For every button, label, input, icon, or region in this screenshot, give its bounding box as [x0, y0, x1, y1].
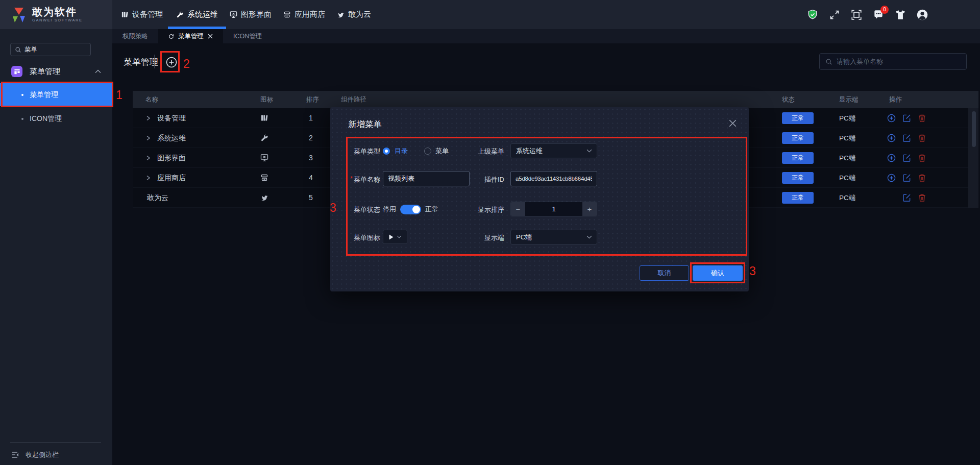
- add-child-icon[interactable]: [887, 154, 896, 162]
- menu-search-input[interactable]: [837, 58, 961, 65]
- status-badge[interactable]: 正常: [782, 192, 814, 204]
- column-header-icon: 图标: [260, 91, 273, 108]
- refresh-icon[interactable]: [168, 34, 174, 39]
- page-title: 菜单管理: [124, 56, 158, 68]
- user-avatar[interactable]: [916, 9, 928, 21]
- search-icon: [825, 58, 832, 65]
- tab-menu-management[interactable]: 菜单管理: [158, 29, 223, 43]
- collapse-sidebar-button[interactable]: 收起侧边栏: [11, 448, 59, 462]
- client-label: 显示端: [455, 233, 504, 242]
- messages-icon[interactable]: 0: [872, 9, 885, 21]
- nav-item-graphic-ui[interactable]: 图形界面: [230, 0, 272, 29]
- library-icon: [260, 114, 268, 122]
- delete-icon[interactable]: [918, 174, 926, 182]
- menu-icon-label: 菜单图标: [335, 233, 380, 242]
- nav-item-label: 系统运维: [187, 10, 218, 19]
- edit-icon[interactable]: [902, 114, 911, 123]
- toggle-on-label: 正常: [425, 205, 438, 214]
- close-dialog-button[interactable]: [727, 118, 738, 128]
- edit-icon[interactable]: [902, 134, 911, 142]
- expand-row-icon[interactable]: [146, 175, 151, 181]
- store-icon: [260, 174, 268, 182]
- menu-status-label: 菜单状态: [335, 205, 380, 214]
- nav-item-app-store[interactable]: 应用商店: [283, 0, 325, 29]
- nav-item-ganwei-cloud[interactable]: 敢为云: [337, 0, 371, 29]
- plugin-id-field: [510, 171, 597, 186]
- increment-button[interactable]: +: [582, 202, 597, 216]
- radio-directory-label[interactable]: 目录: [395, 146, 408, 156]
- tab-label: 权限策略: [122, 32, 148, 41]
- security-shield-icon[interactable]: [806, 9, 819, 21]
- delete-icon[interactable]: [918, 193, 926, 202]
- menu-icon-select[interactable]: [383, 230, 407, 244]
- cancel-button[interactable]: 取消: [640, 265, 689, 281]
- column-header-status: 状态: [782, 91, 795, 108]
- add-child-icon[interactable]: [887, 114, 896, 123]
- status-badge[interactable]: 正常: [782, 132, 814, 144]
- edit-icon[interactable]: [902, 154, 911, 162]
- nav-item-label: 图形界面: [241, 10, 272, 19]
- table-scrollbar[interactable]: [968, 108, 978, 208]
- toggle-off-label: 停用: [383, 205, 396, 214]
- fullscreen-icon[interactable]: [828, 9, 841, 21]
- add-child-icon[interactable]: [887, 134, 896, 142]
- cell-name: 设备管理: [157, 108, 186, 128]
- parent-menu-select[interactable]: 系统运维: [510, 143, 597, 158]
- radio-directory[interactable]: [383, 148, 390, 155]
- plugin-id-input[interactable]: [511, 176, 597, 182]
- menu-status-toggle[interactable]: [400, 205, 421, 214]
- table-header: 名称 图标 排序 组件路径 状态 显示端 操作: [133, 91, 978, 108]
- plus-circle-icon: [165, 56, 178, 68]
- brand-subtitle: GANWEI SOFTWARE: [32, 18, 83, 22]
- nav-item-system-ops[interactable]: 系统运维: [176, 0, 218, 29]
- tab-icon-management[interactable]: ICON管理: [223, 29, 272, 43]
- status-badge[interactable]: 正常: [782, 112, 814, 124]
- cell-client: PC端: [839, 168, 855, 188]
- theme-shirt-icon[interactable]: [894, 9, 906, 21]
- cell-client: PC端: [839, 108, 855, 128]
- display-order-value: 1: [525, 202, 582, 216]
- edit-icon[interactable]: [902, 193, 911, 202]
- status-badge[interactable]: 正常: [782, 152, 814, 164]
- cell-client: PC端: [839, 148, 855, 168]
- sidebar-item-menu-management[interactable]: 菜单管理: [0, 83, 112, 106]
- column-header-client: 显示端: [839, 91, 859, 108]
- close-tab-icon[interactable]: [208, 34, 213, 39]
- tab-permission-policy[interactable]: 权限策略: [112, 29, 158, 43]
- cell-client: PC端: [839, 188, 855, 208]
- sidebar-divider: [10, 442, 101, 443]
- expand-row-icon[interactable]: [146, 135, 151, 141]
- delete-icon[interactable]: [918, 114, 926, 123]
- client-select[interactable]: PC端: [510, 230, 597, 244]
- parent-menu-value: 系统运维: [516, 146, 586, 156]
- nav-item-device[interactable]: 设备管理: [121, 0, 163, 29]
- menu-type-label: 菜单类型: [335, 147, 380, 156]
- title-divider: [154, 55, 155, 68]
- brand-area: 敢为软件 GANWEI SOFTWARE: [0, 0, 112, 29]
- edit-icon[interactable]: [902, 174, 911, 182]
- delete-icon[interactable]: [918, 154, 926, 162]
- capture-frame-icon[interactable]: [850, 9, 863, 21]
- decrement-button[interactable]: −: [511, 202, 525, 216]
- menu-name-label: *菜单名称: [335, 175, 380, 184]
- confirm-button[interactable]: 确认: [693, 265, 743, 281]
- chevron-down-icon: [586, 149, 592, 153]
- sidebar-group-menu-management[interactable]: 菜单管理: [0, 61, 112, 82]
- chevron-down-icon: [397, 235, 402, 238]
- radio-menu-label[interactable]: 菜单: [435, 146, 449, 156]
- scrollbar-thumb[interactable]: [972, 111, 976, 147]
- add-child-icon[interactable]: [887, 174, 896, 182]
- tab-label: 菜单管理: [178, 32, 204, 41]
- delete-icon[interactable]: [918, 134, 926, 142]
- expand-row-icon[interactable]: [146, 155, 151, 161]
- add-menu-button[interactable]: [163, 54, 180, 71]
- menu-search-box: [819, 53, 967, 70]
- radio-menu[interactable]: [424, 148, 431, 155]
- sidebar-item-label: ICON管理: [30, 114, 62, 124]
- status-badge[interactable]: 正常: [782, 172, 814, 184]
- sidebar-search-input[interactable]: [24, 46, 86, 53]
- expand-row-icon[interactable]: [146, 115, 151, 121]
- bird-icon: [260, 193, 268, 202]
- tab-bar: 权限策略 菜单管理 ICON管理: [112, 29, 980, 43]
- sidebar-item-icon-management[interactable]: ICON管理: [0, 107, 112, 130]
